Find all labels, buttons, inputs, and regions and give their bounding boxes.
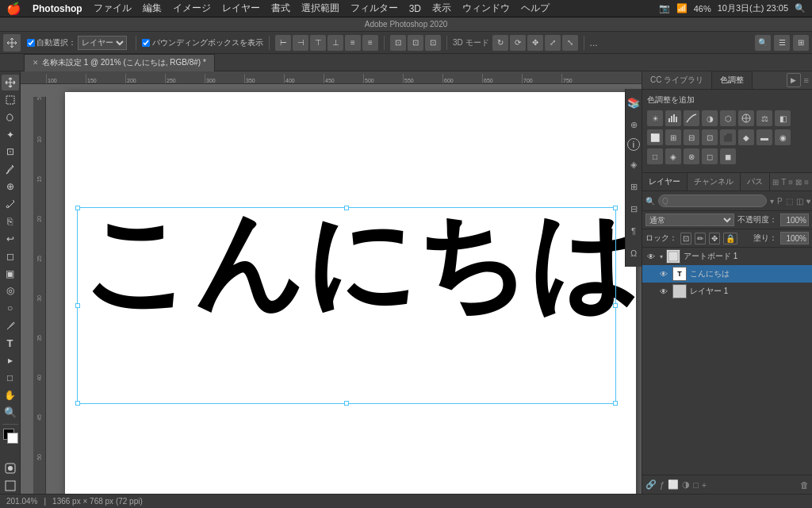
magic-wand-tool[interactable]: ✦: [2, 127, 19, 143]
3d-slide-btn[interactable]: ⤢: [545, 35, 561, 51]
handle-br[interactable]: [613, 401, 618, 406]
layer-1[interactable]: 👁 レイヤー 1: [642, 283, 812, 300]
new-group-btn[interactable]: □: [693, 480, 699, 490]
workspace-btn[interactable]: ☰: [774, 35, 790, 51]
canvas-text[interactable]: こんにちは: [81, 207, 640, 317]
foreground-color[interactable]: [2, 427, 19, 443]
layers-search-input[interactable]: [658, 194, 767, 207]
vibrance-icon[interactable]: ⬡: [720, 110, 736, 126]
dist-w-btn[interactable]: ⊡: [425, 35, 441, 51]
align-center-h-btn[interactable]: ⊣: [293, 35, 308, 51]
align-middle-btn[interactable]: ≡: [345, 35, 361, 51]
lock-transparent-btn[interactable]: ⊡: [680, 233, 691, 244]
crop-tool[interactable]: ⊡: [2, 144, 19, 160]
color-lookup-icon[interactable]: ⊟: [684, 129, 699, 145]
text-layer[interactable]: 👁 T こんにちは: [642, 265, 812, 283]
layers-panel-icon-4[interactable]: ⊠: [795, 178, 802, 187]
adjustments-icon[interactable]: ⊕: [625, 116, 642, 133]
layers-tab[interactable]: レイヤー: [642, 173, 688, 190]
filter-kind-dropdown[interactable]: ▾: [770, 197, 774, 206]
info-icon[interactable]: i: [627, 138, 640, 151]
history-icon[interactable]: ⊟: [625, 200, 642, 217]
lock-pixels-btn[interactable]: ✏: [695, 233, 706, 244]
3d-scale-btn[interactable]: ⤡: [562, 35, 578, 51]
auto-select-dropdown[interactable]: レイヤー: [78, 36, 127, 50]
dist-h-btn[interactable]: ⊡: [390, 35, 406, 51]
color-adj-tab[interactable]: 色調整: [712, 71, 753, 89]
align-bottom-btn[interactable]: ≡: [362, 35, 378, 51]
artboard-visibility-icon[interactable]: 👁: [645, 251, 657, 262]
adj-icon-extra-1[interactable]: □: [647, 148, 663, 164]
search-icon[interactable]: 🔍: [795, 3, 806, 13]
gradient-tool[interactable]: ▣: [2, 266, 19, 282]
handle-tl[interactable]: [75, 206, 80, 210]
posterize-icon[interactable]: ⬛: [720, 129, 736, 145]
dist-v-btn[interactable]: ⊡: [408, 35, 423, 51]
align-top-btn[interactable]: ⊥: [327, 35, 343, 51]
grid-icon[interactable]: ⊞: [625, 178, 642, 195]
photo-filter-icon[interactable]: ⬜: [647, 129, 663, 145]
cc-libraries-icon[interactable]: 📚: [625, 94, 642, 111]
black-white-icon[interactable]: ◧: [775, 110, 791, 126]
eraser-tool[interactable]: ◻: [2, 248, 19, 264]
layers-panel-icon-3[interactable]: ≡: [788, 178, 793, 187]
3d-rotate-btn[interactable]: ↻: [492, 35, 508, 51]
layer-mask-btn[interactable]: ⬜: [668, 479, 679, 490]
path-select-tool[interactable]: ▸: [2, 352, 19, 368]
menu-edit[interactable]: 編集: [143, 2, 162, 15]
menu-3d[interactable]: 3D: [409, 3, 421, 14]
layer-effects-btn[interactable]: ƒ: [660, 480, 665, 490]
hand-tool[interactable]: ✋: [2, 387, 19, 403]
menu-file[interactable]: ファイル: [94, 2, 132, 15]
menu-window[interactable]: ウィンドウ: [462, 2, 510, 15]
quick-mask-btn[interactable]: [2, 460, 19, 476]
color-balance-icon[interactable]: ⚖: [756, 110, 772, 126]
clone-tool[interactable]: ⎘: [2, 214, 19, 229]
type-tool[interactable]: T: [2, 335, 19, 351]
channel-mixer-icon[interactable]: ⊞: [665, 129, 681, 145]
blur-tool[interactable]: ◎: [2, 283, 19, 299]
glyphs-icon[interactable]: Ω: [625, 244, 642, 262]
layers-panel-icon-2[interactable]: T: [781, 178, 786, 187]
apple-icon[interactable]: 🍎: [6, 2, 21, 16]
handle-bl[interactable]: [75, 401, 80, 406]
more-options[interactable]: ...: [590, 37, 598, 48]
menu-filter[interactable]: フィルター: [350, 2, 398, 15]
bounding-box-checkbox[interactable]: [142, 39, 150, 47]
document-tab[interactable]: ✕ 名称未設定 1 @ 201% (こんにちは, RGB/8#) *: [24, 54, 215, 71]
filter-icon-1[interactable]: P: [777, 197, 783, 206]
adjustment-layer-btn[interactable]: ◑: [682, 479, 690, 490]
align-left-btn[interactable]: ⊢: [275, 35, 291, 51]
handle-bc[interactable]: [344, 401, 349, 406]
selective-color-icon[interactable]: ◉: [775, 129, 791, 145]
artboard-expand-icon[interactable]: ▾: [660, 253, 663, 260]
menu-select[interactable]: 選択範囲: [301, 2, 339, 15]
dodge-tool[interactable]: ○: [2, 300, 19, 316]
layers-panel-icon-5[interactable]: ≡: [804, 178, 809, 187]
brush-tool[interactable]: [2, 196, 19, 212]
screen-mode-btn[interactable]: [2, 478, 19, 494]
new-layer-btn[interactable]: +: [702, 480, 707, 490]
pen-tool[interactable]: [2, 318, 19, 333]
panel-menu-icon[interactable]: ≡: [804, 75, 809, 85]
paragraph-icon[interactable]: ¶: [625, 222, 642, 240]
filter-icon-3[interactable]: ◫: [796, 197, 803, 206]
zoom-tool[interactable]: 🔍: [2, 405, 19, 421]
adj-icon-extra-4[interactable]: ◻: [702, 148, 718, 164]
marquee-tool[interactable]: [2, 92, 19, 108]
lasso-tool[interactable]: [2, 110, 19, 125]
heal-tool[interactable]: ⊕: [2, 179, 19, 194]
3d-pan-btn[interactable]: ✥: [527, 35, 543, 51]
filter-icon-2[interactable]: ⬚: [786, 197, 793, 206]
photoshop-canvas[interactable]: こんにちは: [65, 92, 636, 494]
opacity-input[interactable]: [780, 214, 809, 226]
panel-play-icon[interactable]: ▶: [787, 73, 801, 87]
shape-tool[interactable]: □: [2, 370, 19, 386]
fill-input[interactable]: [780, 232, 809, 244]
history-brush-tool[interactable]: ↩: [2, 231, 19, 247]
menu-view[interactable]: 表示: [432, 2, 451, 15]
filter-icon-4[interactable]: ♥: [806, 197, 811, 206]
document-close-icon[interactable]: ✕: [33, 59, 39, 67]
layers-panel-icon-1[interactable]: ⊞: [772, 178, 779, 187]
eyedropper-tool[interactable]: [2, 161, 19, 177]
